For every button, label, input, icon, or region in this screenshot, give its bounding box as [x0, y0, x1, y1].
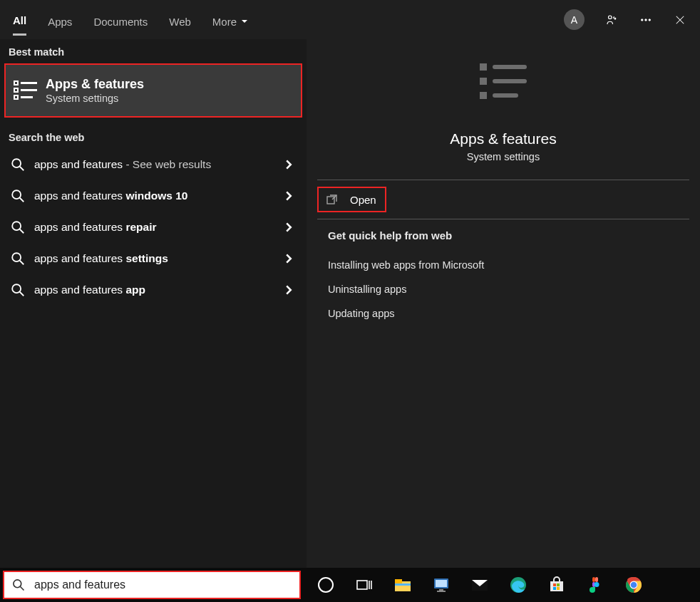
web-result-text: apps and features settings	[34, 252, 284, 265]
search-bar-container	[3, 571, 301, 599]
web-result-text: apps and features repair	[34, 221, 284, 234]
best-match-title: Apps & features	[46, 77, 144, 92]
chevron-right-icon	[284, 191, 294, 201]
svg-rect-8	[14, 95, 18, 99]
web-result[interactable]: apps and features windows 10	[0, 180, 307, 212]
apps-features-large-icon	[473, 59, 534, 113]
svg-line-17	[20, 261, 24, 265]
svg-point-51	[631, 582, 637, 588]
svg-rect-20	[480, 63, 487, 71]
tab-all[interactable]: All	[13, 4, 26, 36]
user-avatar[interactable]: A	[564, 9, 585, 30]
search-icon	[11, 578, 26, 592]
quick-help-link[interactable]: Updating apps	[328, 301, 689, 326]
tab-web[interactable]: Web	[169, 5, 191, 35]
web-result-text: apps and features app	[34, 284, 284, 296]
svg-rect-46	[595, 577, 598, 582]
search-window: All Apps Documents Web More A Best mat	[0, 0, 700, 602]
svg-rect-6	[14, 88, 18, 92]
filter-tabs: All Apps Documents Web More	[13, 4, 248, 36]
close-icon[interactable]	[673, 13, 687, 27]
quick-help-section: Get quick help from web Installing web a…	[307, 219, 700, 326]
task-view-icon[interactable]	[354, 574, 375, 596]
svg-rect-23	[493, 79, 527, 83]
svg-rect-26	[327, 197, 334, 204]
svg-rect-45	[592, 577, 595, 582]
quick-help-link[interactable]: Uninstalling apps	[328, 277, 689, 301]
svg-rect-32	[395, 579, 402, 583]
svg-rect-28	[357, 581, 367, 589]
search-icon	[10, 219, 26, 235]
monitor-app-icon[interactable]	[431, 574, 452, 596]
svg-rect-33	[395, 583, 411, 586]
svg-line-11	[20, 167, 24, 171]
svg-rect-41	[553, 583, 556, 586]
svg-point-18	[12, 284, 21, 293]
header: All Apps Documents Web More A	[0, 0, 700, 39]
results-pane: Best match Apps & features System settin…	[0, 39, 307, 602]
svg-rect-44	[557, 587, 560, 590]
tab-documents[interactable]: Documents	[93, 5, 148, 35]
svg-rect-42	[557, 583, 560, 586]
open-button[interactable]: Open	[317, 187, 386, 212]
svg-point-10	[12, 159, 21, 167]
mail-icon[interactable]	[469, 574, 490, 596]
web-result[interactable]: apps and features - See web results	[0, 149, 307, 180]
quick-help-heading: Get quick help from web	[328, 229, 689, 242]
apps-features-icon	[9, 73, 43, 108]
search-input[interactable]	[33, 578, 292, 592]
svg-point-0	[609, 16, 612, 19]
preview-title: Apps & features	[450, 130, 556, 147]
tab-apps[interactable]: Apps	[48, 5, 72, 35]
search-icon	[10, 251, 26, 266]
edge-icon[interactable]	[508, 574, 529, 596]
web-result-text: apps and features - See web results	[34, 158, 284, 171]
svg-point-1	[641, 19, 643, 21]
svg-rect-21	[493, 65, 527, 69]
search-bar[interactable]	[3, 571, 301, 599]
file-explorer-icon[interactable]	[392, 574, 413, 596]
web-result[interactable]: apps and features app	[0, 274, 307, 306]
tab-more-label: More	[212, 16, 237, 28]
quick-help-link[interactable]: Installing web apps from Microsoft	[328, 253, 689, 277]
body: Best match Apps & features System settin…	[0, 39, 700, 602]
svg-point-14	[12, 222, 21, 230]
preview-subtitle: System settings	[467, 151, 540, 162]
web-result-text: apps and features windows 10	[34, 190, 284, 202]
svg-rect-36	[439, 589, 443, 591]
web-result[interactable]: apps and features repair	[0, 212, 307, 243]
header-actions: A	[564, 9, 687, 30]
open-label: Open	[350, 194, 376, 206]
svg-point-16	[12, 253, 21, 261]
svg-point-12	[12, 190, 21, 199]
svg-rect-43	[553, 587, 556, 590]
chevron-right-icon	[284, 160, 294, 170]
search-icon	[10, 282, 26, 298]
svg-rect-22	[480, 78, 487, 85]
cortana-icon[interactable]	[315, 574, 336, 596]
microsoft-store-icon[interactable]	[546, 574, 567, 596]
svg-point-3	[649, 19, 651, 21]
svg-line-15	[20, 229, 24, 234]
more-options-icon[interactable]	[639, 13, 653, 27]
tab-more[interactable]: More	[212, 5, 248, 35]
figma-icon[interactable]	[585, 574, 606, 596]
preview-pane: Apps & features System settings Open Get…	[307, 39, 700, 602]
svg-rect-37	[437, 591, 446, 592]
best-match-heading: Best match	[0, 39, 307, 63]
svg-rect-24	[480, 92, 487, 99]
preview-hero: Apps & features System settings	[307, 39, 700, 180]
search-icon	[10, 157, 26, 172]
chrome-icon[interactable]	[623, 574, 644, 596]
svg-point-48	[595, 582, 599, 587]
best-match-result[interactable]: Apps & features System settings	[4, 63, 302, 118]
feedback-icon[interactable]	[604, 13, 619, 27]
svg-line-13	[20, 198, 24, 202]
svg-rect-35	[436, 580, 447, 587]
web-result[interactable]: apps and features settings	[0, 243, 307, 274]
chevron-right-icon	[284, 254, 294, 264]
svg-rect-4	[14, 81, 18, 85]
svg-point-27	[319, 578, 333, 592]
best-match-text: Apps & features System settings	[46, 77, 144, 104]
svg-line-53	[21, 587, 24, 591]
